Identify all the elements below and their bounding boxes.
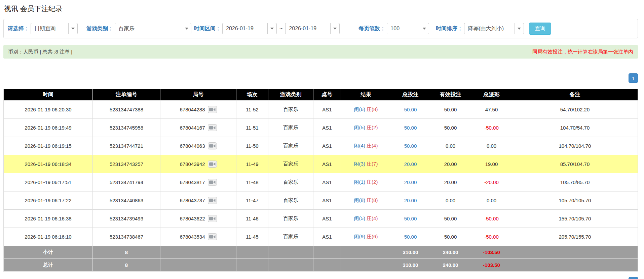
video-replay-icon[interactable] bbox=[208, 233, 217, 240]
result-banker: 庄(8) bbox=[367, 106, 378, 112]
total-row: 总计 8 310.00 240.00 -103.50 bbox=[4, 259, 638, 272]
date-from-input[interactable] bbox=[222, 23, 267, 34]
cell-session: 11-52 bbox=[236, 101, 268, 119]
result-banker: 庄(4) bbox=[367, 215, 378, 221]
header-game-type: 游戏类别 bbox=[268, 89, 313, 101]
summary-bar: 币别：人民币 | 总共 :8 注单 | 同局有效投注，统一计算在该局第一张注单内 bbox=[3, 45, 638, 59]
result-player: 闲(6) bbox=[354, 106, 365, 112]
total-bet-link[interactable]: 50.00 bbox=[404, 143, 417, 149]
per-page-label: 每页笔数： bbox=[358, 25, 385, 32]
cell-remark: 105.70/85.70 bbox=[512, 173, 638, 191]
total-bet-link[interactable]: 20.00 bbox=[404, 161, 417, 167]
cell-time: 2026-01-19 06:19:15 bbox=[4, 137, 93, 155]
cell-table-no: AS1 bbox=[313, 191, 341, 210]
per-page-input[interactable] bbox=[387, 23, 420, 34]
cell-time: 2026-01-19 06:19:49 bbox=[4, 119, 93, 137]
result-player: 闲(1) bbox=[354, 179, 365, 185]
total-total-bet: 310.00 bbox=[391, 259, 430, 272]
empty-cell bbox=[268, 259, 313, 272]
result-banker: 庄(2) bbox=[367, 179, 378, 185]
total-bet-link[interactable]: 50.00 bbox=[404, 216, 417, 221]
subtotal-label: 小计 bbox=[4, 246, 93, 259]
round-wrap: 678043534 bbox=[180, 233, 217, 240]
date-from-combobox bbox=[222, 23, 277, 34]
header-time: 时间 bbox=[4, 89, 93, 101]
cell-total-bet: 50.00 bbox=[391, 137, 430, 155]
cell-round: 678043534 bbox=[160, 228, 236, 246]
video-replay-icon[interactable] bbox=[208, 197, 217, 204]
cell-bet-id: 523134747388 bbox=[93, 101, 160, 119]
cell-round: 678044063 bbox=[160, 137, 236, 155]
per-page-dropdown-button[interactable] bbox=[420, 23, 429, 34]
per-page-combobox bbox=[387, 23, 429, 34]
cell-table-no: AS1 bbox=[313, 137, 341, 155]
cell-payout: -50.00 bbox=[471, 119, 512, 137]
cell-game-type: 百家乐 bbox=[268, 155, 313, 173]
subtotal-row: 小计 8 310.00 240.00 -103.50 bbox=[4, 246, 638, 259]
round-number: 678043737 bbox=[180, 198, 205, 203]
query-type-dropdown-button[interactable] bbox=[68, 23, 78, 34]
round-wrap: 678044167 bbox=[180, 124, 217, 131]
cell-result: 闲(6) 庄(8) bbox=[341, 101, 391, 119]
cell-table-no: AS1 bbox=[313, 155, 341, 173]
header-bet-id: 注单编号 bbox=[93, 89, 160, 101]
page-button-1[interactable]: 1 bbox=[629, 277, 638, 279]
cell-result: 闲(3) 庄(7) bbox=[341, 155, 391, 173]
video-replay-icon[interactable] bbox=[208, 161, 217, 168]
empty-cell bbox=[512, 246, 638, 259]
round-wrap: 678043817 bbox=[180, 179, 217, 186]
result-player: 闲(8) bbox=[354, 197, 365, 203]
header-valid-bet: 有效投注 bbox=[430, 89, 471, 101]
total-bet-link[interactable]: 50.00 bbox=[404, 234, 417, 240]
cell-total-bet: 20.00 bbox=[391, 173, 430, 191]
result-banker: 庄(6) bbox=[367, 234, 378, 239]
search-button[interactable]: 查询 bbox=[529, 23, 551, 35]
cell-game-type: 百家乐 bbox=[268, 173, 313, 191]
total-bet-link[interactable]: 20.00 bbox=[404, 198, 417, 203]
cell-time: 2026-01-19 06:18:34 bbox=[4, 155, 93, 173]
video-replay-icon[interactable] bbox=[208, 142, 217, 149]
game-type-dropdown-button[interactable] bbox=[182, 23, 191, 34]
result-banker: 庄(2) bbox=[367, 125, 378, 130]
date-to-dropdown-button[interactable] bbox=[330, 23, 340, 34]
video-replay-icon[interactable] bbox=[208, 215, 217, 222]
cell-payout: 19.00 bbox=[471, 155, 512, 173]
total-bet-link[interactable]: 50.00 bbox=[404, 107, 417, 112]
date-to-input[interactable] bbox=[285, 23, 330, 34]
sort-dropdown-button[interactable] bbox=[515, 23, 524, 34]
pagination-top: 1 bbox=[3, 73, 638, 83]
cell-bet-id: 523134744721 bbox=[93, 137, 160, 155]
cell-round: 678043817 bbox=[160, 173, 236, 191]
date-to-combobox bbox=[285, 23, 340, 34]
table-row: 2026-01-19 06:17:22523134740863678043737… bbox=[4, 191, 638, 210]
filter-group-game-type: 游戏类别： bbox=[86, 23, 191, 34]
table-row: 2026-01-19 06:18:34523134743257678043942… bbox=[4, 155, 638, 173]
cell-remark: 104.70/104.70 bbox=[512, 137, 638, 155]
video-replay-icon[interactable] bbox=[208, 179, 217, 186]
cell-result: 闲(4) 庄(4) bbox=[341, 137, 391, 155]
video-replay-icon[interactable] bbox=[208, 124, 217, 131]
total-payout: -103.50 bbox=[471, 259, 512, 272]
cell-remark: 155.70/105.70 bbox=[512, 210, 638, 228]
sort-input[interactable] bbox=[464, 23, 515, 34]
total-bet-link[interactable]: 20.00 bbox=[404, 179, 417, 185]
cell-session: 11-49 bbox=[236, 155, 268, 173]
game-type-input[interactable] bbox=[115, 23, 182, 34]
video-replay-icon[interactable] bbox=[208, 106, 217, 113]
cell-bet-id: 523134745958 bbox=[93, 119, 160, 137]
header-remark: 备注 bbox=[512, 89, 638, 101]
date-from-dropdown-button[interactable] bbox=[267, 23, 277, 34]
query-type-label: 请选择： bbox=[8, 25, 29, 32]
cell-payout: 0.00 bbox=[471, 191, 512, 210]
round-wrap: 678043942 bbox=[180, 161, 217, 168]
page-button-1[interactable]: 1 bbox=[629, 73, 638, 83]
cell-total-bet: 20.00 bbox=[391, 155, 430, 173]
game-type-combobox bbox=[115, 23, 191, 34]
cell-valid-bet: 20.00 bbox=[430, 173, 471, 191]
round-number: 678043942 bbox=[180, 161, 205, 167]
cell-remark: 104.70/54.70 bbox=[512, 119, 638, 137]
cell-payout: -50.00 bbox=[471, 228, 512, 246]
total-bet-link[interactable]: 50.00 bbox=[404, 125, 417, 131]
query-type-input[interactable] bbox=[31, 23, 68, 34]
cell-valid-bet: 50.00 bbox=[430, 101, 471, 119]
